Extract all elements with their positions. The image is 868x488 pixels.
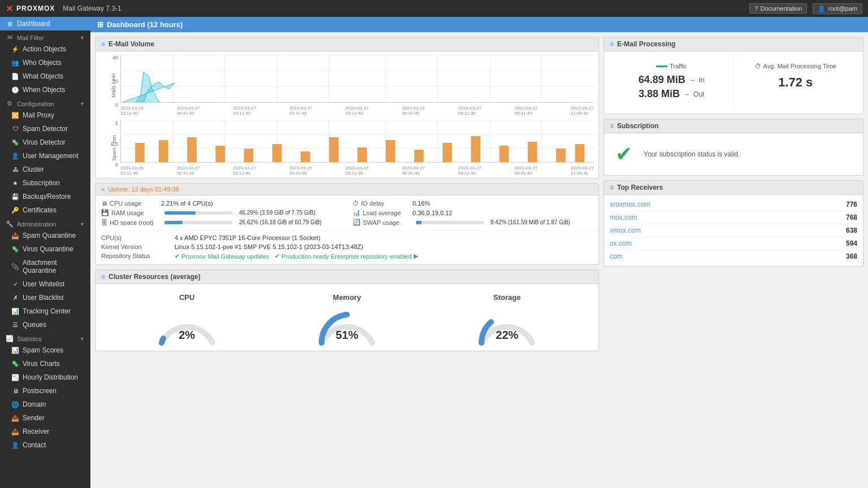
- recv-row-1: xroxmox.com 776: [610, 198, 857, 211]
- sidebar-item-backup-restore[interactable]: 💾 Backup/Restore: [0, 190, 90, 203]
- dashboard-icon: ⊞: [6, 20, 14, 28]
- traffic-section: Traffic 64.89 MiB → In 3.88 MiB → Out: [610, 57, 734, 108]
- sidebar-item-postscreen[interactable]: 🖥 Postscreen: [0, 384, 90, 398]
- when-icon: 🕐: [11, 86, 19, 94]
- virus-charts-icon: 🦠: [11, 360, 19, 368]
- sidebar-item-dashboard[interactable]: ⊞ Dashboard: [0, 17, 90, 30]
- sidebar-item-mail-proxy[interactable]: 🔀 Mail Proxy: [0, 108, 90, 122]
- sidebar-item-sender[interactable]: 📤 Sender: [0, 411, 90, 425]
- sidebar-group-mail-filter[interactable]: ✉ Mail Filter ▼: [0, 30, 90, 42]
- sidebar-item-who-objects[interactable]: 👥 Who Objects: [0, 56, 90, 69]
- sidebar-item-what-objects[interactable]: 📄 What Objects: [0, 69, 90, 83]
- cpu-icon: 🖥: [101, 200, 107, 207]
- tracking-icon: 📊: [11, 308, 19, 315]
- sidebar-item-attachment-quarantine[interactable]: 📎 Attachment Quarantine: [0, 256, 90, 277]
- subscription-header: ≡ Subscription: [604, 119, 863, 133]
- sidebar-item-action-objects[interactable]: ⚡ Action Objects: [0, 42, 90, 56]
- user-icon: 👤: [818, 5, 826, 12]
- email-processing-panel: ≡ E-Mail Processing Traffic 64.89 MiB →: [604, 37, 863, 114]
- sidebar-group-statistics[interactable]: 📈 Statistics ▼: [0, 332, 90, 343]
- cluster-gauges: CPU 2% Memory: [96, 284, 598, 351]
- cluster-header-icon: ≡: [101, 273, 105, 281]
- svg-rect-32: [358, 147, 367, 163]
- processing-icon: ≡: [610, 40, 614, 48]
- app-title: Mail Gateway 7.3-1: [63, 5, 121, 12]
- hd-usage-row: 🗄 HD space (root) 26.62% (16.18 GiB of 6…: [101, 219, 341, 226]
- system-info-bottom: CPU(s) 4 x AMD EPYC 7351P 16-Core Proces…: [96, 230, 598, 264]
- chart-x-labels: 2023-03-2623:11:40 2023-03-2700:41:40 20…: [120, 106, 594, 116]
- svg-rect-24: [135, 143, 145, 163]
- left-column: ≡ E-Mail Volume 40 20 0 Mails /: [95, 37, 599, 483]
- avg-processing-section: ⏱ Avg. Mail Processing Time 1.72 s: [734, 57, 858, 108]
- subscription-body: ✔ Your subscription status is valid.: [604, 133, 863, 175]
- user-button[interactable]: 👤 root@pam: [813, 3, 862, 14]
- storage-gauge: Storage 22%: [465, 293, 549, 342]
- mail-filter-icon: ✉: [6, 34, 14, 41]
- sidebar-item-spam-quarantine[interactable]: 📥 Spam Quarantine: [0, 229, 90, 242]
- receivers-icon: ≡: [610, 184, 614, 191]
- spam-q-icon: 📥: [11, 232, 19, 239]
- documentation-button[interactable]: ? Documentation: [749, 3, 807, 14]
- sidebar-item-virus-charts[interactable]: 🦠 Virus Charts: [0, 357, 90, 371]
- top-receivers-body: xroxmox.com 776 mox.com 768 xmox.com 638: [604, 195, 863, 266]
- uptime-bar: ≡ Uptime: 12 days 01:49:38: [96, 184, 598, 195]
- sidebar-item-contact[interactable]: 👤 Contact: [0, 438, 90, 452]
- svg-rect-26: [187, 137, 197, 163]
- svg-rect-31: [329, 137, 338, 163]
- sidebar-item-user-blacklist[interactable]: ✗ User Blacklist: [0, 291, 90, 304]
- content-body: ≡ E-Mail Volume 40 20 0 Mails /: [90, 32, 868, 488]
- usermgmt-icon: 👤: [11, 152, 19, 160]
- proxmox-x-icon: ✕: [6, 3, 13, 14]
- traffic-out: 3.88 MiB → Out: [615, 88, 728, 100]
- sidebar-item-queues[interactable]: ☰ Queues: [0, 318, 90, 332]
- sidebar-item-subscription[interactable]: ★ Subscription: [0, 176, 90, 190]
- whitelist-icon: ✓: [11, 281, 19, 288]
- repo-status-1: ✔ Proxmox Mail Gateway updates: [175, 252, 269, 260]
- traffic-line-icon: [656, 66, 667, 67]
- sidebar-item-hourly-distribution[interactable]: 📉 Hourly Distribution: [0, 371, 90, 384]
- svg-rect-38: [528, 142, 537, 163]
- svg-rect-35: [442, 143, 452, 163]
- svg-rect-34: [414, 150, 424, 163]
- sidebar-item-cluster[interactable]: 🖧 Cluster: [0, 163, 90, 176]
- sidebar-item-tracking-center[interactable]: 📊 Tracking Center: [0, 304, 90, 318]
- topbar: ✕ PROXMOX Mail Gateway 7.3-1 ? Documenta…: [0, 0, 868, 17]
- svg-rect-30: [301, 151, 310, 163]
- stats-icon: 📈: [6, 335, 14, 342]
- hourly-icon: 📉: [11, 374, 19, 381]
- sidebar-item-virus-quarantine[interactable]: 🦠 Virus Quarantine: [0, 242, 90, 256]
- cpus-row: CPU(s) 4 x AMD EPYC 7351P 16-Core Proces…: [101, 233, 593, 242]
- sidebar-group-administration[interactable]: 🔧 Administration ▼: [0, 217, 90, 229]
- sidebar-item-user-management[interactable]: 👤 User Management: [0, 149, 90, 163]
- logo: ✕ PROXMOX: [6, 3, 55, 14]
- content-header: ⊞ Dashboard (12 hours): [90, 17, 868, 32]
- processing-header: ≡ E-Mail Processing: [604, 37, 863, 51]
- action-icon: ⚡: [11, 46, 19, 53]
- sender-icon: 📤: [11, 415, 19, 422]
- sidebar-group-configuration[interactable]: ⚙ Configuration ▼: [0, 97, 90, 108]
- sidebar-item-spam-detector[interactable]: 🛡 Spam Detector: [0, 122, 90, 136]
- sidebar-item-domain[interactable]: 🌐 Domain: [0, 398, 90, 411]
- right-column: ≡ E-Mail Processing Traffic 64.89 MiB →: [604, 37, 863, 483]
- traffic-in: 64.89 MiB → In: [615, 74, 728, 86]
- load-icon: 📊: [353, 209, 361, 216]
- receiver-icon: 📥: [11, 428, 19, 435]
- sidebar-item-receiver[interactable]: 📥 Receiver: [0, 425, 90, 438]
- uptime-icon: ≡: [101, 186, 105, 193]
- brand-name: PROXMOX: [16, 5, 55, 12]
- queue-icon: ☰: [11, 321, 19, 329]
- sidebar-item-user-whitelist[interactable]: ✓ User Whitelist: [0, 277, 90, 291]
- memory-gauge: Memory 51%: [305, 293, 389, 342]
- sidebar-item-spam-scores[interactable]: 📊 Spam Scores: [0, 343, 90, 357]
- processing-body: Traffic 64.89 MiB → In 3.88 MiB → Out: [604, 51, 863, 114]
- postscreen-icon: 🖥: [11, 387, 19, 394]
- sidebar-item-certificates[interactable]: 🔑 Certificates: [0, 203, 90, 217]
- sidebar-item-virus-detector[interactable]: 🦠 Virus Detector: [0, 136, 90, 149]
- recv-row-5: com 368: [610, 250, 857, 263]
- contact-icon: 👤: [11, 442, 19, 449]
- subscription-panel: ≡ Subscription ✔ Your subscription statu…: [604, 119, 863, 176]
- ram-usage-row: 💾 RAM usage 46.29% (3.59 GiB of 7.75 GiB…: [101, 209, 341, 216]
- sidebar-item-when-objects[interactable]: 🕐 When Objects: [0, 83, 90, 97]
- swap-progress-fill: [416, 221, 422, 224]
- cpu-usage-row: 🖥 CPU usage 2.21% of 4 CPU(s): [101, 200, 341, 207]
